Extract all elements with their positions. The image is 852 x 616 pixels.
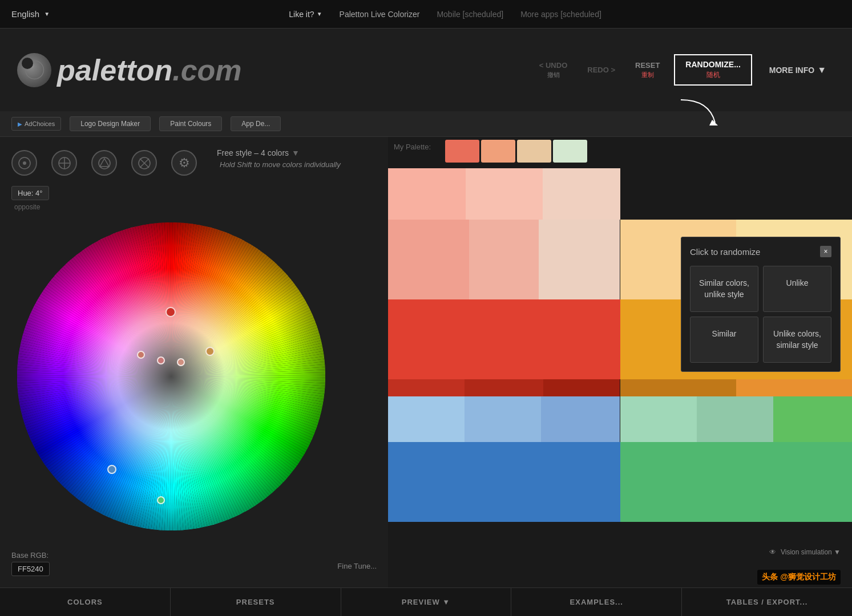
undo-button[interactable]: < UNDO 撤销 xyxy=(534,58,573,82)
base-rgb-area: Base RGB: FF5240 xyxy=(11,551,50,576)
svg-marker-10 xyxy=(100,159,109,167)
swatch-mini-2[interactable] xyxy=(481,140,515,163)
mono-icon xyxy=(18,156,31,170)
paletton-logo-svg xyxy=(25,60,45,80)
mode-icons-row: ⚙ Free style – 4 colors ▼ Hold Shift to … xyxy=(11,148,377,177)
eye-icon: 👁 xyxy=(769,548,776,556)
mode-adjacent[interactable] xyxy=(51,150,77,176)
popup-header: Click to randomize × xyxy=(690,246,831,257)
svg-point-5 xyxy=(23,161,26,165)
color-dot-salmon[interactable] xyxy=(137,351,145,359)
preview-tab[interactable]: PREVIEW ▼ xyxy=(341,588,512,616)
style-label[interactable]: Free style – 4 colors ▼ xyxy=(217,148,300,157)
svg-point-1 xyxy=(29,63,34,68)
randomize-popup: Click to randomize × Similar colors, unl… xyxy=(681,237,841,372)
settings-icon[interactable]: ⚙ xyxy=(171,150,197,176)
mode-tetradic[interactable] xyxy=(131,150,157,176)
swatch-main-green[interactable] xyxy=(620,442,853,522)
popup-unlike[interactable]: Unlike xyxy=(763,266,831,312)
like-it-button[interactable]: Like it? ▼ xyxy=(289,10,322,19)
style-selector: Free style – 4 colors ▼ xyxy=(217,148,341,157)
palette-grid-area xyxy=(388,168,852,587)
logo-area: paletton.com xyxy=(17,53,534,87)
arrow-indicator xyxy=(675,94,721,128)
randomize-button[interactable]: RANDOMIZE... 随机 xyxy=(674,54,752,86)
swatch-green-accent[interactable] xyxy=(773,396,852,442)
swatch-main-blue[interactable] xyxy=(388,442,620,522)
ad-item-paint[interactable]: Paint Colours xyxy=(159,116,222,131)
bottom-bar: COLORS PRESETS PREVIEW ▼ EXAMPLES... TAB… xyxy=(0,587,852,616)
ad-triangle-icon: ▶ xyxy=(18,121,22,127)
swatch-light-green-1[interactable] xyxy=(620,396,697,442)
swatch-main-red[interactable] xyxy=(388,299,620,379)
right-panel: My Palette: xyxy=(388,137,852,587)
swatch-mini-1[interactable] xyxy=(445,140,479,163)
fine-tune-button[interactable]: Fine Tune... xyxy=(337,562,377,570)
swatch-mini-3[interactable] xyxy=(517,140,551,163)
tables-export-tab[interactable]: TABLES / EXPORT... xyxy=(682,588,852,616)
ad-choices[interactable]: ▶ AdChoices xyxy=(11,117,61,131)
header-controls: < UNDO 撤销 REDO > RESET 重制 RANDOMIZE... 随… xyxy=(534,54,835,86)
svg-point-2 xyxy=(29,64,32,67)
swatch-mini-4[interactable] xyxy=(553,140,587,163)
green-section xyxy=(620,396,853,522)
language-label: English xyxy=(11,9,39,19)
palette-mini xyxy=(445,140,587,163)
more-apps-link[interactable]: More apps [scheduled] xyxy=(520,10,601,19)
popup-unlike-similar-style[interactable]: Unlike colors, similar style xyxy=(763,317,831,363)
color-dot-orange[interactable] xyxy=(205,347,215,356)
blue-section xyxy=(388,396,620,522)
examples-tab[interactable]: EXAMPLES... xyxy=(511,588,682,616)
style-hint: Hold Shift to move colors individually xyxy=(217,160,341,169)
my-palette-label: My Palette: xyxy=(394,143,431,151)
red-row-top xyxy=(388,168,620,220)
swatch-light-blue-1[interactable] xyxy=(388,396,465,442)
vision-simulation-button[interactable]: 👁 Vision simulation ▼ xyxy=(769,548,841,556)
logo-icon xyxy=(17,53,51,87)
color-dot-green[interactable] xyxy=(157,496,165,504)
color-wheel-canvas[interactable] xyxy=(11,217,331,536)
swatch-red-light-3[interactable] xyxy=(543,168,620,220)
language-selector[interactable]: English ▼ xyxy=(11,9,50,19)
swatch-light-green-2[interactable] xyxy=(697,396,773,442)
header: paletton.com < UNDO 撤销 REDO > RESET 重制 R… xyxy=(0,29,852,111)
color-wheel-container[interactable] xyxy=(11,217,331,536)
more-info-button[interactable]: MORE INFO ▼ xyxy=(761,60,835,80)
opposite-label: opposite xyxy=(11,203,377,211)
swatch-red-light-1[interactable] xyxy=(388,168,466,220)
color-dot-light[interactable] xyxy=(177,358,185,366)
style-selector-area: Free style – 4 colors ▼ Hold Shift to mo… xyxy=(217,148,341,177)
color-dot-pink[interactable] xyxy=(157,356,165,364)
svg-marker-3 xyxy=(709,120,718,125)
left-panel: ⚙ Free style – 4 colors ▼ Hold Shift to … xyxy=(0,137,388,587)
swatch-light-red-3[interactable] xyxy=(539,220,620,299)
mode-monochromatic[interactable] xyxy=(11,150,37,176)
popup-close-button[interactable]: × xyxy=(820,246,831,257)
color-dot-red[interactable] xyxy=(165,307,176,317)
language-dropdown-arrow: ▼ xyxy=(44,11,50,17)
swatch-light-blue-3[interactable] xyxy=(541,396,620,442)
ad-item-app[interactable]: App De... xyxy=(231,116,281,131)
paletton-title: Paletton Live Colorizer xyxy=(340,10,420,19)
hue-badge: Hue: 4° xyxy=(11,186,49,200)
swatch-light-red-2[interactable] xyxy=(469,220,539,299)
popup-title: Click to randomize xyxy=(690,247,760,257)
mobile-link[interactable]: Mobile [scheduled] xyxy=(437,10,503,19)
watermark: 头条 @狮觉设计工坊 xyxy=(757,570,841,585)
colors-tab[interactable]: COLORS xyxy=(0,588,171,616)
presets-tab[interactable]: PRESETS xyxy=(171,588,341,616)
swatch-red-light-2[interactable] xyxy=(466,168,543,220)
ad-item-logo[interactable]: Logo Design Maker xyxy=(70,116,151,131)
red-section xyxy=(388,220,620,379)
swatch-light-blue-2[interactable] xyxy=(465,396,541,442)
mode-triadic[interactable] xyxy=(91,150,117,176)
top-nav: English ▼ Like it? ▼ Paletton Live Color… xyxy=(0,0,852,29)
popup-similar[interactable]: Similar xyxy=(690,317,758,363)
nav-center: Like it? ▼ Paletton Live Colorizer Mobil… xyxy=(289,10,601,19)
swatch-light-red-1[interactable] xyxy=(388,220,469,299)
redo-button[interactable]: REDO > xyxy=(582,63,621,77)
color-dot-blue[interactable] xyxy=(107,465,116,474)
reset-button[interactable]: RESET 重制 xyxy=(629,58,665,82)
more-info-arrow: ▼ xyxy=(817,65,826,75)
popup-similar-unlike-style[interactable]: Similar colors, unlike style xyxy=(690,266,758,312)
